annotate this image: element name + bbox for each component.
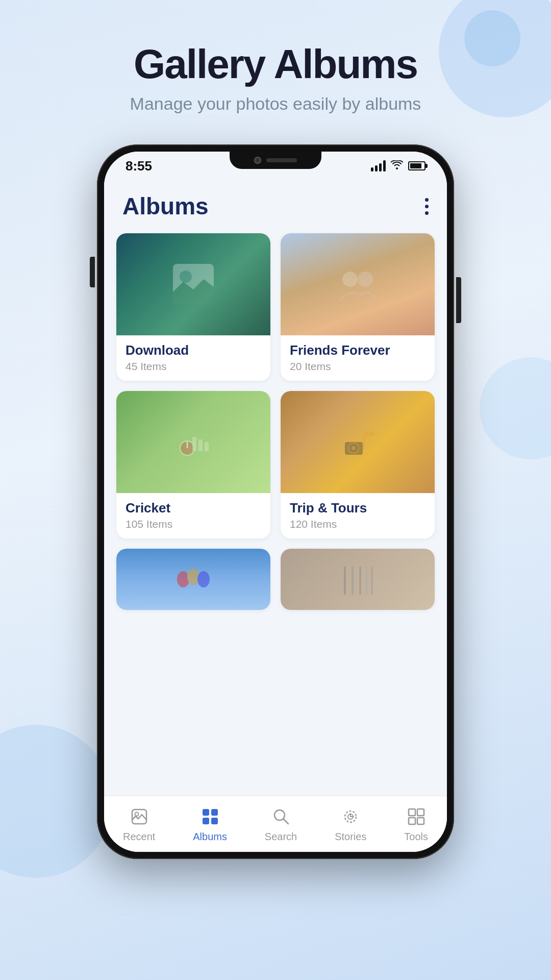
album-card-trip[interactable]: Trip & Tours 120 Items xyxy=(281,391,435,538)
tools-icon xyxy=(405,805,428,828)
recent-icon xyxy=(128,805,151,828)
camera-dot xyxy=(254,157,261,164)
app-title: Albums xyxy=(122,192,209,220)
nav-item-albums[interactable]: Albums xyxy=(193,805,227,843)
svg-rect-36 xyxy=(417,818,424,824)
page-header: Gallery Albums Manage your photos easily… xyxy=(130,41,421,114)
bg-blob-3 xyxy=(0,725,112,878)
phone-mockup: 8:55 xyxy=(97,144,454,859)
bg-blob-4 xyxy=(480,357,551,459)
svg-rect-7 xyxy=(198,439,203,451)
album-name-friends: Friends Forever xyxy=(290,342,425,358)
svg-point-27 xyxy=(274,810,285,820)
status-icons xyxy=(371,160,425,172)
svg-point-3 xyxy=(358,272,373,287)
notch xyxy=(230,152,321,169)
album-count-trip: 120 Items xyxy=(290,518,425,530)
status-bar: 8:55 xyxy=(104,152,447,180)
nav-label-recent: Recent xyxy=(123,831,155,843)
album-info-download: Download 45 Items xyxy=(116,335,270,381)
wifi-icon xyxy=(391,160,403,172)
album-card-balloons[interactable] xyxy=(116,549,270,610)
bottom-nav: Recent Albums xyxy=(104,796,447,852)
album-card-friends[interactable]: Friends Forever 20 Items xyxy=(281,233,435,381)
status-time: 8:55 xyxy=(126,158,152,174)
svg-rect-12 xyxy=(364,432,375,436)
album-name-download: Download xyxy=(126,342,261,358)
more-options-button[interactable] xyxy=(425,198,429,215)
album-card-sticks[interactable] xyxy=(281,549,435,610)
app-header: Albums xyxy=(104,180,447,228)
phone-outer: 8:55 xyxy=(97,144,454,859)
battery-icon xyxy=(408,161,425,170)
search-icon xyxy=(270,805,292,828)
album-thumb-friends xyxy=(281,233,435,335)
albums-scroll[interactable]: Download 45 Items xyxy=(104,228,447,796)
album-count-download: 45 Items xyxy=(126,360,261,373)
page-title: Gallery Albums xyxy=(130,41,421,88)
svg-rect-34 xyxy=(417,809,424,816)
nav-label-tools: Tools xyxy=(404,831,428,843)
svg-point-13 xyxy=(177,571,189,587)
phone-inner: 8:55 xyxy=(104,152,447,852)
page-subtitle: Manage your photos easily by albums xyxy=(130,94,421,114)
album-thumb-download xyxy=(116,233,270,335)
svg-rect-35 xyxy=(409,818,415,824)
nav-label-albums: Albums xyxy=(193,831,227,843)
svg-rect-25 xyxy=(203,818,209,824)
nav-label-stories: Stories xyxy=(335,831,366,843)
svg-rect-8 xyxy=(205,442,209,451)
album-name-trip: Trip & Tours xyxy=(290,500,425,516)
svg-point-15 xyxy=(197,571,210,587)
svg-point-1 xyxy=(180,271,192,283)
album-thumb-sticks xyxy=(281,549,435,610)
nav-item-tools[interactable]: Tools xyxy=(404,805,428,843)
album-thumb-balloons xyxy=(116,549,270,610)
album-thumb-cricket xyxy=(116,391,270,493)
svg-rect-23 xyxy=(203,809,209,816)
speaker xyxy=(266,158,297,162)
svg-rect-33 xyxy=(409,809,415,816)
app-content: Albums xyxy=(104,180,447,852)
album-name-cricket: Cricket xyxy=(126,500,261,516)
album-count-cricket: 105 Items xyxy=(126,518,261,530)
svg-point-11 xyxy=(352,446,356,450)
album-thumb-trip xyxy=(281,391,435,493)
nav-item-stories[interactable]: Stories xyxy=(335,805,366,843)
album-card-cricket[interactable]: Cricket 105 Items xyxy=(116,391,270,538)
svg-point-22 xyxy=(135,813,138,816)
stories-icon xyxy=(339,805,362,828)
svg-rect-26 xyxy=(211,818,218,824)
svg-rect-6 xyxy=(192,437,196,451)
svg-line-28 xyxy=(284,819,288,824)
svg-point-2 xyxy=(342,272,358,287)
svg-rect-24 xyxy=(211,809,218,816)
album-info-trip: Trip & Tours 120 Items xyxy=(281,493,435,538)
signal-icon xyxy=(371,160,386,172)
albums-grid: Download 45 Items xyxy=(116,233,435,620)
nav-item-recent[interactable]: Recent xyxy=(123,805,155,843)
nav-label-search: Search xyxy=(265,831,297,843)
album-count-friends: 20 Items xyxy=(290,360,425,373)
album-card-download[interactable]: Download 45 Items xyxy=(116,233,270,381)
nav-item-search[interactable]: Search xyxy=(265,805,297,843)
svg-point-14 xyxy=(187,569,199,585)
album-info-cricket: Cricket 105 Items xyxy=(116,493,270,538)
bg-blob-2 xyxy=(464,10,520,66)
album-info-friends: Friends Forever 20 Items xyxy=(281,335,435,381)
albums-icon xyxy=(199,805,221,828)
